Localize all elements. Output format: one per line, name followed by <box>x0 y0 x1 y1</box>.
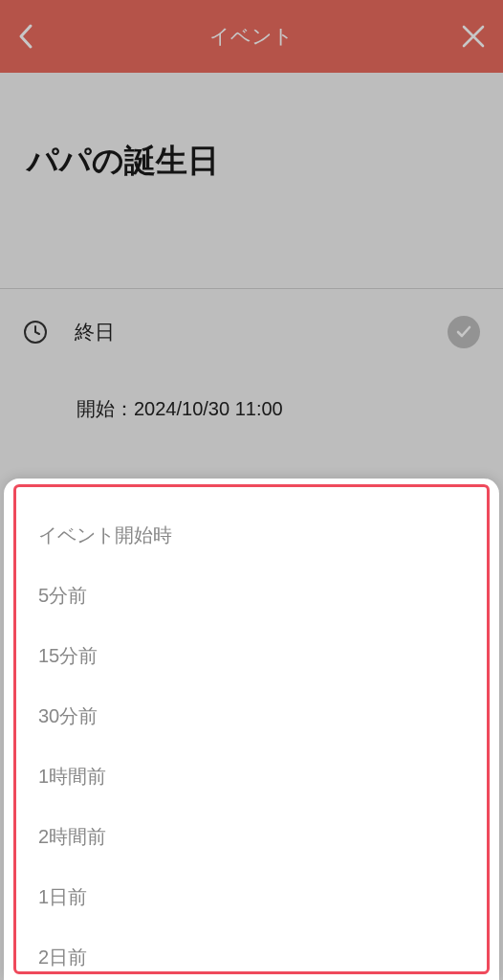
reminder-option[interactable]: 15分前 <box>38 626 465 686</box>
clock-icon <box>23 320 48 345</box>
event-title[interactable]: パパの誕生日 <box>27 140 476 183</box>
page-title: イベント <box>0 23 503 50</box>
reminder-option[interactable]: 2時間前 <box>38 807 465 867</box>
time-section: 終日 開始：2024/10/30 11:00 <box>0 289 503 449</box>
reminder-option[interactable]: 30分前 <box>38 686 465 746</box>
reminder-option[interactable]: 5分前 <box>38 566 465 626</box>
content-area: パパの誕生日 終日 開始：2024/10/30 11:00 <box>0 73 503 449</box>
reminder-options-list: イベント開始時 5分前 15分前 30分前 1時間前 2時間前 1日前 2日前 <box>4 484 499 980</box>
start-time-row[interactable]: 開始：2024/10/30 11:00 <box>23 348 480 422</box>
reminder-option[interactable]: 1時間前 <box>38 746 465 807</box>
all-day-label: 終日 <box>75 319 421 345</box>
reminder-picker-sheet: イベント開始時 5分前 15分前 30分前 1時間前 2時間前 1日前 2日前 <box>4 479 499 980</box>
all-day-row[interactable]: 終日 <box>23 316 480 348</box>
header-bar: イベント <box>0 0 503 73</box>
title-section: パパの誕生日 <box>0 73 503 289</box>
start-time-label: 開始：2024/10/30 11:00 <box>77 398 283 419</box>
reminder-option[interactable]: イベント開始時 <box>38 505 465 566</box>
reminder-option[interactable]: 1日前 <box>38 867 465 927</box>
back-icon[interactable] <box>17 23 34 50</box>
reminder-option[interactable]: 2日前 <box>38 927 465 980</box>
close-icon[interactable] <box>461 24 486 49</box>
all-day-toggle[interactable] <box>448 316 480 348</box>
